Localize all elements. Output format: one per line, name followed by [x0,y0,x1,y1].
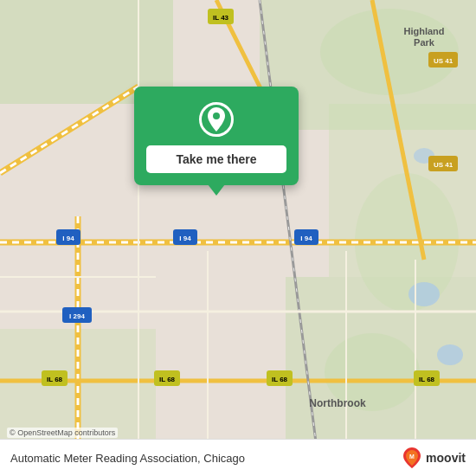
moovit-pin-icon: M [402,447,422,469]
svg-text:IL 43: IL 43 [213,14,229,22]
location-pin-container [199,102,234,137]
svg-text:IL 68: IL 68 [419,376,435,383]
moovit-logo: M moovit [402,447,466,469]
svg-text:US 41: US 41 [434,57,453,65]
svg-text:M: M [409,453,415,460]
svg-text:I 94: I 94 [179,235,191,242]
popup-card: Take me there [134,87,299,185]
bottom-bar: Automatic Meter Reading Association, Chi… [0,439,476,476]
svg-text:I 94: I 94 [300,235,312,242]
svg-text:Northbrook: Northbrook [309,397,366,409]
svg-point-54 [213,113,220,119]
svg-point-10 [437,344,463,365]
map-background: I 94 I 94 I 94 I 294 IL 43 US 41 US 41 I… [0,0,476,476]
svg-text:US 41: US 41 [434,161,453,169]
svg-text:IL 68: IL 68 [47,376,63,383]
take-me-there-button[interactable]: Take me there [146,145,286,173]
svg-text:Park: Park [414,37,435,48]
moovit-brand-text: moovit [426,451,466,465]
svg-text:I 294: I 294 [69,312,85,320]
osm-attribution: © OpenStreetMap contributors [7,428,118,438]
map-container: I 94 I 94 I 94 I 294 IL 43 US 41 US 41 I… [0,0,476,476]
svg-text:IL 68: IL 68 [272,376,288,383]
svg-text:I 94: I 94 [62,235,74,242]
svg-text:IL 68: IL 68 [159,376,176,383]
svg-point-9 [408,282,440,306]
svg-text:Highland: Highland [403,26,444,36]
location-label: Automatic Meter Reading Association, Chi… [10,452,245,465]
location-pin-icon [204,106,228,133]
